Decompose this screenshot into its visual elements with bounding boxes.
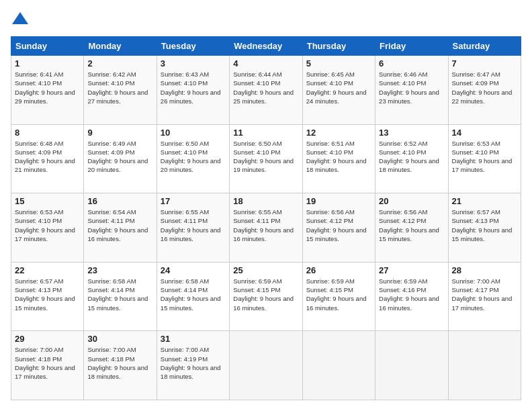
day-cell: 30 Sunrise: 7:00 AMSunset: 4:18 PMDaylig… xyxy=(84,331,157,400)
day-number: 19 xyxy=(306,196,371,206)
day-info: Sunrise: 6:46 AMSunset: 4:10 PMDaylight:… xyxy=(379,70,444,105)
day-number: 5 xyxy=(306,58,371,68)
svg-rect-1 xyxy=(17,20,23,24)
day-number: 27 xyxy=(379,265,444,275)
day-cell: 1 Sunrise: 6:41 AMSunset: 4:10 PMDayligh… xyxy=(11,56,84,125)
day-info: Sunrise: 6:51 AMSunset: 4:10 PMDaylight:… xyxy=(306,139,371,175)
day-cell: 3 Sunrise: 6:43 AMSunset: 4:10 PMDayligh… xyxy=(157,56,229,125)
week-row-2: 8 Sunrise: 6:48 AMSunset: 4:09 PMDayligh… xyxy=(11,124,521,193)
day-info: Sunrise: 6:59 AMSunset: 4:15 PMDaylight:… xyxy=(233,277,298,312)
logo xyxy=(11,11,32,30)
day-info: Sunrise: 6:43 AMSunset: 4:10 PMDaylight:… xyxy=(161,70,226,105)
day-cell: 20 Sunrise: 6:56 AMSunset: 4:12 PMDaylig… xyxy=(375,193,448,263)
col-header-sunday: Sunday xyxy=(11,37,84,56)
col-header-wednesday: Wednesday xyxy=(230,37,302,56)
day-cell: 9 Sunrise: 6:49 AMSunset: 4:09 PMDayligh… xyxy=(84,124,157,193)
day-cell: 2 Sunrise: 6:42 AMSunset: 4:10 PMDayligh… xyxy=(84,56,157,125)
week-row-4: 22 Sunrise: 6:57 AMSunset: 4:13 PMDaylig… xyxy=(11,262,521,331)
day-number: 8 xyxy=(15,128,80,138)
day-number: 4 xyxy=(233,58,298,68)
day-cell: 18 Sunrise: 6:55 AMSunset: 4:11 PMDaylig… xyxy=(230,193,302,263)
day-number: 9 xyxy=(87,128,152,138)
day-info: Sunrise: 6:59 AMSunset: 4:16 PMDaylight:… xyxy=(379,277,444,312)
day-cell: 17 Sunrise: 6:55 AMSunset: 4:11 PMDaylig… xyxy=(157,193,229,263)
day-info: Sunrise: 6:47 AMSunset: 4:09 PMDaylight:… xyxy=(452,70,517,105)
day-number: 13 xyxy=(379,128,444,138)
day-info: Sunrise: 6:57 AMSunset: 4:13 PMDaylight:… xyxy=(452,208,517,243)
day-cell: 19 Sunrise: 6:56 AMSunset: 4:12 PMDaylig… xyxy=(302,193,375,263)
day-info: Sunrise: 6:53 AMSunset: 4:10 PMDaylight:… xyxy=(15,208,80,243)
day-number: 31 xyxy=(161,334,226,344)
day-cell: 8 Sunrise: 6:48 AMSunset: 4:09 PMDayligh… xyxy=(11,124,84,193)
day-number: 29 xyxy=(15,334,80,344)
day-info: Sunrise: 7:00 AMSunset: 4:19 PMDaylight:… xyxy=(161,345,226,381)
day-cell: 23 Sunrise: 6:58 AMSunset: 4:14 PMDaylig… xyxy=(84,262,157,331)
calendar-table: SundayMondayTuesdayWednesdayThursdayFrid… xyxy=(11,36,521,400)
day-cell: 14 Sunrise: 6:53 AMSunset: 4:10 PMDaylig… xyxy=(448,124,521,193)
day-info: Sunrise: 6:54 AMSunset: 4:11 PMDaylight:… xyxy=(87,208,152,243)
day-info: Sunrise: 6:50 AMSunset: 4:10 PMDaylight:… xyxy=(233,139,298,175)
day-cell: 21 Sunrise: 6:57 AMSunset: 4:13 PMDaylig… xyxy=(448,193,521,263)
day-cell: 7 Sunrise: 6:47 AMSunset: 4:09 PMDayligh… xyxy=(448,56,521,125)
col-header-friday: Friday xyxy=(375,37,448,56)
day-number: 18 xyxy=(233,196,298,206)
day-cell: 16 Sunrise: 6:54 AMSunset: 4:11 PMDaylig… xyxy=(84,193,157,263)
day-info: Sunrise: 6:52 AMSunset: 4:10 PMDaylight:… xyxy=(379,139,444,175)
day-number: 17 xyxy=(161,196,226,206)
day-cell: 26 Sunrise: 6:59 AMSunset: 4:15 PMDaylig… xyxy=(302,262,375,331)
col-header-tuesday: Tuesday xyxy=(157,37,229,56)
day-info: Sunrise: 6:44 AMSunset: 4:10 PMDaylight:… xyxy=(233,70,298,105)
day-number: 6 xyxy=(379,58,444,68)
day-info: Sunrise: 6:48 AMSunset: 4:09 PMDaylight:… xyxy=(15,139,80,175)
day-number: 23 xyxy=(87,265,152,275)
day-cell: 12 Sunrise: 6:51 AMSunset: 4:10 PMDaylig… xyxy=(302,124,375,193)
day-cell xyxy=(448,331,521,400)
day-number: 24 xyxy=(161,265,226,275)
day-number: 30 xyxy=(87,334,152,344)
day-cell: 25 Sunrise: 6:59 AMSunset: 4:15 PMDaylig… xyxy=(230,262,302,331)
day-info: Sunrise: 6:58 AMSunset: 4:14 PMDaylight:… xyxy=(161,277,226,312)
day-number: 2 xyxy=(87,58,152,68)
day-number: 7 xyxy=(452,58,517,68)
col-header-thursday: Thursday xyxy=(302,37,375,56)
day-number: 11 xyxy=(233,128,298,138)
day-info: Sunrise: 6:55 AMSunset: 4:11 PMDaylight:… xyxy=(161,208,226,243)
day-cell: 15 Sunrise: 6:53 AMSunset: 4:10 PMDaylig… xyxy=(11,193,84,263)
day-cell: 29 Sunrise: 7:00 AMSunset: 4:18 PMDaylig… xyxy=(11,331,84,400)
day-info: Sunrise: 6:49 AMSunset: 4:09 PMDaylight:… xyxy=(87,139,152,175)
day-cell: 22 Sunrise: 6:57 AMSunset: 4:13 PMDaylig… xyxy=(11,262,84,331)
day-info: Sunrise: 6:50 AMSunset: 4:10 PMDaylight:… xyxy=(161,139,226,175)
day-cell: 11 Sunrise: 6:50 AMSunset: 4:10 PMDaylig… xyxy=(230,124,302,193)
day-number: 26 xyxy=(306,265,371,275)
day-info: Sunrise: 6:53 AMSunset: 4:10 PMDaylight:… xyxy=(452,139,517,175)
logo-icon xyxy=(11,11,30,30)
day-number: 12 xyxy=(306,128,371,138)
header xyxy=(11,11,521,30)
col-header-saturday: Saturday xyxy=(448,37,521,56)
day-info: Sunrise: 6:57 AMSunset: 4:13 PMDaylight:… xyxy=(15,277,80,312)
day-number: 20 xyxy=(379,196,444,206)
week-row-1: 1 Sunrise: 6:41 AMSunset: 4:10 PMDayligh… xyxy=(11,56,521,125)
day-cell: 27 Sunrise: 6:59 AMSunset: 4:16 PMDaylig… xyxy=(375,262,448,331)
day-info: Sunrise: 6:56 AMSunset: 4:12 PMDaylight:… xyxy=(306,208,371,243)
day-cell: 10 Sunrise: 6:50 AMSunset: 4:10 PMDaylig… xyxy=(157,124,229,193)
week-row-3: 15 Sunrise: 6:53 AMSunset: 4:10 PMDaylig… xyxy=(11,193,521,263)
day-info: Sunrise: 6:41 AMSunset: 4:10 PMDaylight:… xyxy=(15,70,80,105)
day-cell: 31 Sunrise: 7:00 AMSunset: 4:19 PMDaylig… xyxy=(157,331,229,400)
day-cell: 6 Sunrise: 6:46 AMSunset: 4:10 PMDayligh… xyxy=(375,56,448,125)
day-cell: 4 Sunrise: 6:44 AMSunset: 4:10 PMDayligh… xyxy=(230,56,302,125)
week-row-5: 29 Sunrise: 7:00 AMSunset: 4:18 PMDaylig… xyxy=(11,331,521,400)
day-number: 25 xyxy=(233,265,298,275)
day-info: Sunrise: 7:00 AMSunset: 4:17 PMDaylight:… xyxy=(452,277,517,312)
header-row: SundayMondayTuesdayWednesdayThursdayFrid… xyxy=(11,37,521,56)
day-number: 22 xyxy=(15,265,80,275)
day-info: Sunrise: 6:56 AMSunset: 4:12 PMDaylight:… xyxy=(379,208,444,243)
day-info: Sunrise: 7:00 AMSunset: 4:18 PMDaylight:… xyxy=(87,345,152,381)
day-cell xyxy=(375,331,448,400)
day-info: Sunrise: 6:58 AMSunset: 4:14 PMDaylight:… xyxy=(87,277,152,312)
day-number: 14 xyxy=(452,128,517,138)
day-cell: 13 Sunrise: 6:52 AMSunset: 4:10 PMDaylig… xyxy=(375,124,448,193)
day-number: 15 xyxy=(15,196,80,206)
day-info: Sunrise: 6:45 AMSunset: 4:10 PMDaylight:… xyxy=(306,70,371,105)
day-number: 1 xyxy=(15,58,80,68)
